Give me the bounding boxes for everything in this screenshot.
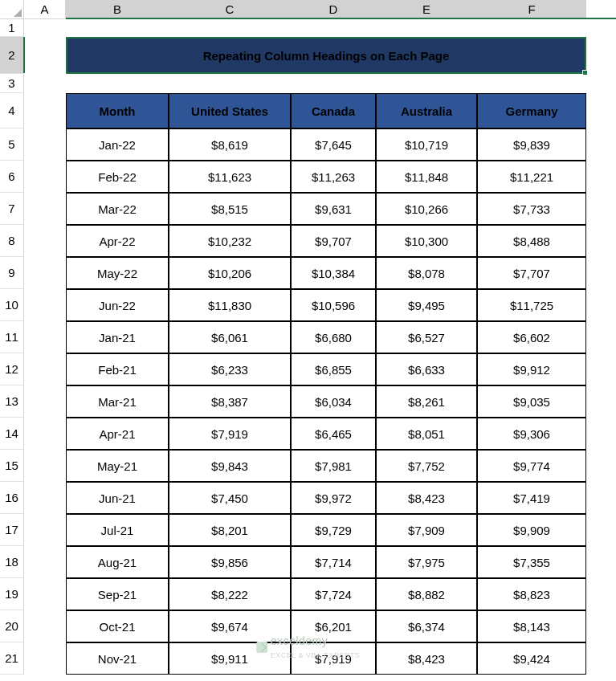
cell-A16[interactable] (24, 482, 66, 514)
cell-month[interactable]: Mar-21 (66, 385, 169, 418)
cell-au[interactable]: $10,266 (376, 193, 477, 225)
cell-au[interactable]: $9,495 (376, 289, 477, 321)
page-title[interactable]: Repeating Column Headings on Each Page (66, 37, 586, 74)
cell-E1[interactable] (376, 19, 477, 37)
cell-month[interactable]: May-22 (66, 257, 169, 289)
cell-A11[interactable] (24, 321, 66, 353)
row-header-17[interactable]: 17 (0, 514, 24, 546)
cell-de[interactable]: $7,707 (477, 257, 586, 289)
cell-ca[interactable]: $6,034 (291, 385, 376, 418)
cell-ca[interactable]: $9,729 (291, 514, 376, 546)
cell-C1[interactable] (169, 19, 291, 37)
cell-A10[interactable] (24, 289, 66, 321)
cell-us[interactable]: $7,919 (169, 418, 291, 450)
cell-au[interactable]: $8,882 (376, 578, 477, 610)
cell-au[interactable]: $7,909 (376, 514, 477, 546)
cell-de[interactable]: $8,488 (477, 225, 586, 257)
selection-handle[interactable] (582, 70, 588, 75)
row-header-19[interactable]: 19 (0, 578, 24, 610)
cell-month[interactable]: Apr-22 (66, 225, 169, 257)
cell-au[interactable]: $10,300 (376, 225, 477, 257)
cell-F3[interactable] (477, 74, 586, 93)
cell-ca[interactable]: $6,680 (291, 321, 376, 353)
col-header-B[interactable]: B (66, 0, 169, 19)
cell-us[interactable]: $9,911 (169, 642, 291, 675)
cell-de[interactable]: $7,733 (477, 193, 586, 225)
cell-ca[interactable]: $9,707 (291, 225, 376, 257)
cell-au[interactable]: $6,374 (376, 610, 477, 642)
cell-A13[interactable] (24, 385, 66, 418)
cell-de[interactable]: $7,419 (477, 482, 586, 514)
cell-de[interactable]: $7,355 (477, 546, 586, 578)
cell-de[interactable]: $6,602 (477, 321, 586, 353)
row-header-11[interactable]: 11 (0, 321, 24, 353)
col-header-E[interactable]: E (376, 0, 477, 19)
cell-A18[interactable] (24, 546, 66, 578)
cell-ca[interactable]: $7,724 (291, 578, 376, 610)
cell-de[interactable]: $9,035 (477, 385, 586, 418)
cell-us[interactable]: $10,232 (169, 225, 291, 257)
cell-D3[interactable] (291, 74, 376, 93)
row-header-18[interactable]: 18 (0, 546, 24, 578)
cell-de[interactable]: $8,143 (477, 610, 586, 642)
cell-ca[interactable]: $9,972 (291, 482, 376, 514)
cell-us[interactable]: $7,450 (169, 482, 291, 514)
cell-A17[interactable] (24, 514, 66, 546)
col-header-F[interactable]: F (477, 0, 586, 19)
cell-D1[interactable] (291, 19, 376, 37)
row-header-16[interactable]: 16 (0, 482, 24, 514)
cell-A14[interactable] (24, 418, 66, 450)
cell-A4[interactable] (24, 93, 66, 128)
cell-A15[interactable] (24, 450, 66, 482)
cell-A7[interactable] (24, 193, 66, 225)
cell-ca[interactable]: $9,631 (291, 193, 376, 225)
table-header-germany[interactable]: Germany (477, 93, 586, 128)
cell-de[interactable]: $8,823 (477, 578, 586, 610)
cell-A3[interactable] (24, 74, 66, 93)
cell-us[interactable]: $11,623 (169, 161, 291, 193)
cell-ca[interactable]: $6,201 (291, 610, 376, 642)
cell-month[interactable]: Feb-22 (66, 161, 169, 193)
row-header-5[interactable]: 5 (0, 128, 24, 161)
cell-us[interactable]: $11,830 (169, 289, 291, 321)
cell-au[interactable]: $8,261 (376, 385, 477, 418)
cell-us[interactable]: $8,222 (169, 578, 291, 610)
cell-month[interactable]: Jul-21 (66, 514, 169, 546)
cell-month[interactable]: Aug-21 (66, 546, 169, 578)
cell-A6[interactable] (24, 161, 66, 193)
cell-month[interactable]: May-21 (66, 450, 169, 482)
cell-month[interactable]: Jun-21 (66, 482, 169, 514)
cell-de[interactable]: $9,909 (477, 514, 586, 546)
col-header-A[interactable]: A (24, 0, 66, 19)
cell-ca[interactable]: $7,714 (291, 546, 376, 578)
row-header-6[interactable]: 6 (0, 161, 24, 193)
cell-A9[interactable] (24, 257, 66, 289)
row-header-14[interactable]: 14 (0, 418, 24, 450)
row-header-2[interactable]: 2 (0, 37, 24, 74)
cell-ca[interactable]: $10,384 (291, 257, 376, 289)
cell-month[interactable]: Sep-21 (66, 578, 169, 610)
cell-A20[interactable] (24, 610, 66, 642)
cell-au[interactable]: $8,078 (376, 257, 477, 289)
cell-de[interactable]: $9,839 (477, 128, 586, 161)
cell-month[interactable]: Oct-21 (66, 610, 169, 642)
cell-au[interactable]: $11,848 (376, 161, 477, 193)
cell-ca[interactable]: $6,855 (291, 353, 376, 385)
row-header-4[interactable]: 4 (0, 93, 24, 128)
cell-de[interactable]: $9,912 (477, 353, 586, 385)
cell-A21[interactable] (24, 642, 66, 675)
cell-E3[interactable] (376, 74, 477, 93)
cell-au[interactable]: $8,051 (376, 418, 477, 450)
cell-F1[interactable] (477, 19, 586, 37)
cell-month[interactable]: Jun-22 (66, 289, 169, 321)
table-header-month[interactable]: Month (66, 93, 169, 128)
cell-us[interactable]: $6,061 (169, 321, 291, 353)
cell-us[interactable]: $8,387 (169, 385, 291, 418)
cell-ca[interactable]: $11,263 (291, 161, 376, 193)
row-header-3[interactable]: 3 (0, 74, 24, 93)
row-header-20[interactable]: 20 (0, 610, 24, 642)
cell-A1[interactable] (24, 19, 66, 37)
cell-us[interactable]: $6,233 (169, 353, 291, 385)
cell-A12[interactable] (24, 353, 66, 385)
cell-au[interactable]: $6,633 (376, 353, 477, 385)
